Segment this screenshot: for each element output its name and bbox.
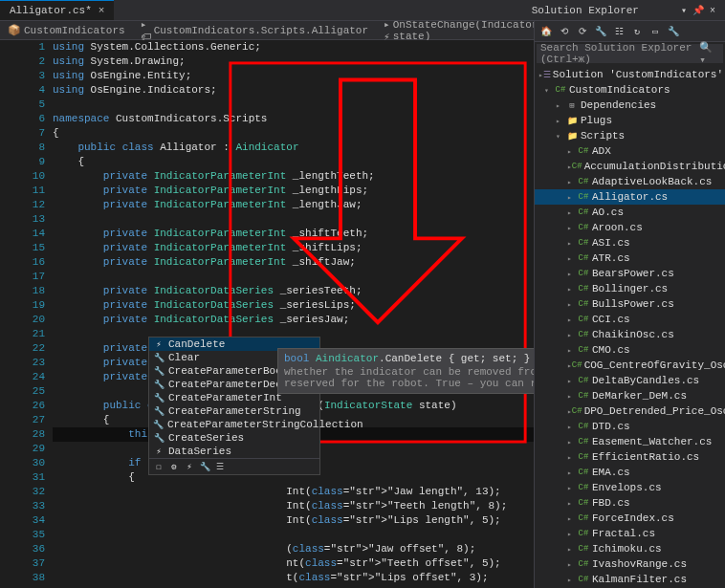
tree-item[interactable]: ▸📁Plugs: [535, 113, 725, 128]
intellisense-filter-icon[interactable]: ☐: [153, 461, 165, 472]
tree-item[interactable]: ▸C#ASI.cs: [535, 235, 725, 250]
code-area[interactable]: using System.Collections.Generic;using S…: [53, 40, 534, 588]
solution-toolbar: 🏠 ⟲ ⟳ 🔧 ☷ ↻ ▭ 🔧: [535, 21, 725, 42]
tab-alligator[interactable]: Alligator.cs* ×: [0, 0, 114, 20]
search-dropdown-icon[interactable]: 🔍 ▾: [699, 41, 719, 66]
tree-item[interactable]: ▸C#CMO.cs: [535, 342, 725, 358]
tree-item[interactable]: ▸C#AO.cs: [535, 205, 725, 220]
collapse-icon[interactable]: ▭: [648, 24, 663, 39]
solution-explorer: 🏠 ⟲ ⟳ 🔧 ☷ ↻ ▭ 🔧 Search Solution Explorer…: [534, 21, 725, 588]
code-editor[interactable]: 1234567891011121314151617181920212223242…: [0, 40, 534, 588]
quickinfo-tooltip: bool Aindicator.CanDelete { get; set; } …: [277, 348, 534, 394]
tree-item[interactable]: ▸C#IvashovRange.cs: [535, 556, 725, 572]
tree-item[interactable]: ▸C#ADX: [535, 143, 725, 159]
close-icon[interactable]: ×: [99, 5, 105, 16]
refresh-icon[interactable]: ↻: [629, 24, 645, 39]
bc-project[interactable]: 📦 CustomIndicators: [0, 24, 133, 36]
tree-item[interactable]: ▸C#CCI.cs: [535, 312, 725, 327]
tree-item[interactable]: ▾C#CustomIndicators: [535, 82, 725, 98]
tree-item[interactable]: ▸C#ATR.cs: [535, 250, 725, 266]
tree-item[interactable]: ▸C#DeMarker_DeM.cs: [535, 388, 725, 403]
tool-icon[interactable]: 🔧: [593, 24, 608, 39]
tree-item[interactable]: ▸C#Aroon.cs: [535, 220, 725, 235]
solution-tree[interactable]: ▸☰Solution 'CustomIndicators' (1 of 1 pr…: [535, 65, 725, 588]
properties-icon[interactable]: 🔧: [666, 24, 681, 39]
intellisense-item[interactable]: 🔧CreateParameterStringCollection: [149, 418, 319, 431]
main-area: 📦 CustomIndicators ▸ 🏷 CustomIndicators.…: [0, 21, 725, 588]
tree-item[interactable]: ▸C#EMA.cs: [535, 465, 725, 480]
intellisense-filter-icon[interactable]: 🔧: [199, 461, 210, 472]
tree-item[interactable]: ▸C#Envelops.cs: [535, 480, 725, 495]
tree-item[interactable]: ▸C#COG_CentreOfGravity_Oscr.cs: [535, 358, 725, 373]
breadcrumb: 📦 CustomIndicators ▸ 🏷 CustomIndicators.…: [0, 21, 534, 40]
intellisense-item[interactable]: 🔧CreateParameterString: [149, 404, 319, 418]
tree-item[interactable]: ▸☰Solution 'CustomIndicators' (1 of 1 pr…: [535, 67, 725, 82]
tree-item[interactable]: ▾📁Scripts: [535, 128, 725, 143]
back-icon[interactable]: ⟲: [557, 24, 572, 39]
editor-tabs: Alligator.cs* × Solution Explorer ▾ 📌 ×: [0, 0, 725, 21]
intellisense-filter-icon[interactable]: ⚡: [184, 461, 195, 472]
intellisense-item[interactable]: 🔧CreateSeries: [149, 431, 319, 445]
intellisense-filter-icon[interactable]: ☰: [214, 461, 226, 472]
tree-item[interactable]: ▸C#Bollinger.cs: [535, 281, 725, 296]
tree-item[interactable]: ▸C#Ichimoku.cs: [535, 541, 725, 556]
tab-label: Alligator.cs*: [10, 5, 92, 16]
tree-item[interactable]: ▸C#BullsPower.cs: [535, 296, 725, 312]
home-icon[interactable]: 🏠: [538, 24, 554, 39]
line-numbers: 1234567891011121314151617181920212223242…: [0, 40, 53, 588]
tree-item[interactable]: ▸C#ChaikinOsc.cs: [535, 327, 725, 342]
tree-item[interactable]: ▸C#Alligator.cs: [535, 189, 725, 205]
tree-item[interactable]: ▸C#BearsPower.cs: [535, 266, 725, 281]
tree-item[interactable]: ▸C#AdaptiveLookBack.cs: [535, 174, 725, 189]
solution-explorer-title: Solution Explorer ▾ 📌 ×: [522, 0, 725, 20]
sync-icon[interactable]: ⟳: [575, 24, 590, 39]
tree-item[interactable]: ▸C#DeltaByCandles.cs: [535, 373, 725, 388]
tree-item[interactable]: ▸C#Easement_Watcher.cs: [535, 434, 725, 449]
tree-item[interactable]: ▸C#KalmanFilter.cs: [535, 572, 725, 587]
tree-item[interactable]: ▸C#ForceIndex.cs: [535, 511, 725, 526]
intellisense-item[interactable]: ⚡DataSeries: [149, 445, 319, 458]
tree-item[interactable]: ▸C#DPO_Detrended_Price_Oscillator.cs: [535, 403, 725, 419]
show-all-icon[interactable]: ☷: [611, 24, 626, 39]
tree-item[interactable]: ▸⊞Dependencies: [535, 98, 725, 113]
tree-item[interactable]: ▸C#DTD.cs: [535, 419, 725, 434]
solution-search[interactable]: Search Solution Explorer (Ctrl+ж) 🔍 ▾: [537, 44, 723, 63]
intellisense-filter-icon[interactable]: ⚙: [168, 461, 180, 472]
tree-item[interactable]: ▸C#FBD.cs: [535, 495, 725, 511]
pin-icon[interactable]: ▾ 📌 ×: [681, 5, 715, 16]
tree-item[interactable]: ▸C#Fractal.cs: [535, 526, 725, 541]
tree-item[interactable]: ▸C#EfficientRatio.cs: [535, 449, 725, 465]
tree-item[interactable]: ▸C#AccumulationDistribution.cs: [535, 159, 725, 174]
